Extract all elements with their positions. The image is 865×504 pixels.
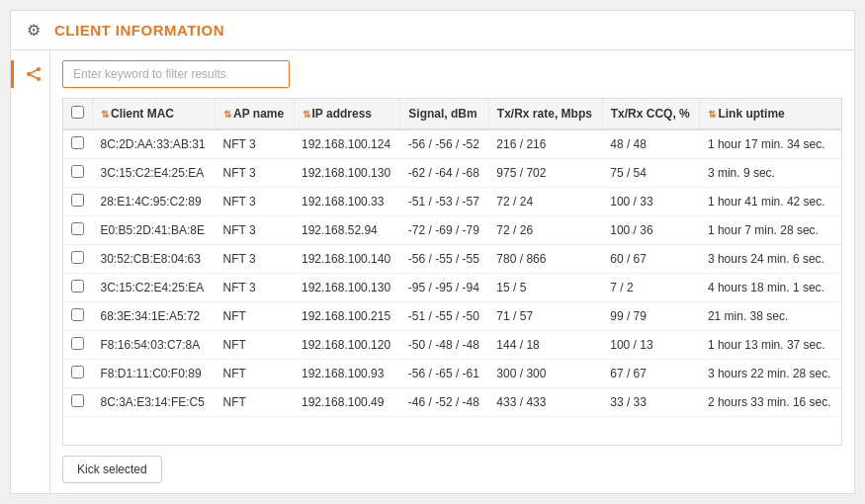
row-checkbox[interactable] bbox=[71, 222, 84, 235]
row-uptime: 4 hours 18 min. 1 sec. bbox=[700, 274, 841, 302]
row-uptime: 3 min. 9 sec. bbox=[700, 159, 841, 188]
row-ip: 192.168.100.120 bbox=[294, 331, 400, 360]
search-bar bbox=[62, 60, 842, 88]
table-row: 68:3E:34:1E:A5:72 NFT 192.168.100.215 -5… bbox=[63, 302, 841, 331]
row-txrx-rate: 433 / 433 bbox=[488, 388, 602, 417]
row-ip: 192.168.100.93 bbox=[294, 360, 400, 388]
row-ip: 192.168.100.33 bbox=[294, 188, 400, 216]
main-content: ⇅Client MAC ⇅AP name ⇅IP address Signal,… bbox=[50, 50, 854, 493]
row-txrx-rate: 15 / 5 bbox=[488, 274, 602, 302]
row-txrx-rate: 975 / 702 bbox=[488, 159, 602, 188]
row-txrx-ccq: 7 / 2 bbox=[602, 274, 700, 302]
header-ip[interactable]: ⇅IP address bbox=[294, 99, 400, 129]
row-mac: 3C:15:C2:E4:25:EA bbox=[93, 274, 216, 302]
row-txrx-ccq: 60 / 67 bbox=[602, 245, 700, 274]
row-ip: 192.168.100.215 bbox=[294, 302, 400, 331]
row-mac: 3C:15:C2:E4:25:EA bbox=[93, 159, 216, 188]
row-uptime: 3 hours 24 min. 6 sec. bbox=[700, 245, 841, 274]
row-txrx-ccq: 100 / 36 bbox=[602, 216, 700, 245]
table-row: 30:52:CB:E8:04:63 NFT 3 192.168.100.140 … bbox=[63, 245, 841, 274]
row-uptime: 1 hour 13 min. 37 sec. bbox=[700, 331, 841, 360]
row-mac: 8C:2D:AA:33:AB:31 bbox=[93, 129, 216, 159]
row-signal: -50 / -48 / -48 bbox=[400, 331, 489, 360]
row-ip: 192.168.100.140 bbox=[294, 245, 400, 274]
row-checkbox-cell bbox=[63, 188, 93, 216]
gear-icon[interactable]: ⚙ bbox=[27, 21, 41, 40]
row-txrx-rate: 780 / 866 bbox=[488, 245, 602, 274]
header-signal: Signal, dBm bbox=[400, 99, 489, 129]
row-checkbox-cell bbox=[63, 129, 93, 159]
row-txrx-rate: 72 / 26 bbox=[488, 216, 602, 245]
kick-selected-button[interactable]: Kick selected bbox=[62, 456, 162, 483]
row-uptime: 21 min. 38 sec. bbox=[700, 302, 841, 331]
table-row: 3C:15:C2:E4:25:EA NFT 3 192.168.100.130 … bbox=[63, 159, 841, 188]
row-txrx-rate: 72 / 24 bbox=[488, 188, 602, 216]
svg-line-4 bbox=[29, 74, 39, 79]
row-checkbox-cell bbox=[63, 245, 93, 274]
row-ap: NFT bbox=[216, 388, 294, 417]
select-all-checkbox[interactable] bbox=[71, 106, 84, 119]
row-checkbox[interactable] bbox=[71, 280, 84, 293]
header-txrx-rate: Tx/Rx rate, Mbps bbox=[488, 99, 602, 129]
header-uptime[interactable]: ⇅Link uptime bbox=[700, 99, 841, 129]
row-signal: -46 / -52 / -48 bbox=[400, 388, 489, 417]
row-signal: -56 / -55 / -55 bbox=[400, 245, 489, 274]
row-mac: 28:E1:4C:95:C2:89 bbox=[93, 188, 216, 216]
row-checkbox-cell bbox=[63, 360, 93, 388]
row-signal: -56 / -56 / -52 bbox=[400, 129, 489, 159]
row-checkbox[interactable] bbox=[71, 308, 84, 321]
body: ⇅Client MAC ⇅AP name ⇅IP address Signal,… bbox=[11, 50, 854, 493]
header-txrx-ccq: Tx/Rx CCQ, % bbox=[602, 99, 700, 129]
table-row: 8C:2D:AA:33:AB:31 NFT 3 192.168.100.124 … bbox=[63, 129, 841, 159]
row-checkbox-cell bbox=[63, 302, 93, 331]
header-mac[interactable]: ⇅Client MAC bbox=[93, 99, 216, 129]
row-mac: 8C:3A:E3:14:FE:C5 bbox=[93, 388, 216, 417]
row-mac: F8:16:54:03:C7:8A bbox=[93, 331, 216, 360]
row-ap: NFT 3 bbox=[216, 274, 294, 302]
sidebar bbox=[11, 50, 50, 493]
table-body: 8C:2D:AA:33:AB:31 NFT 3 192.168.100.124 … bbox=[63, 129, 841, 417]
row-ap: NFT bbox=[216, 331, 294, 360]
row-txrx-ccq: 33 / 33 bbox=[602, 388, 700, 417]
row-ap: NFT bbox=[216, 302, 294, 331]
share-icon[interactable] bbox=[11, 60, 49, 88]
table-wrapper: ⇅Client MAC ⇅AP name ⇅IP address Signal,… bbox=[62, 98, 842, 446]
row-txrx-ccq: 48 / 48 bbox=[602, 129, 700, 159]
row-mac: 30:52:CB:E8:04:63 bbox=[93, 245, 216, 274]
row-ap: NFT 3 bbox=[216, 188, 294, 216]
row-ap: NFT 3 bbox=[216, 216, 294, 245]
row-mac: 68:3E:34:1E:A5:72 bbox=[93, 302, 216, 331]
row-ap: NFT bbox=[216, 360, 294, 388]
table-row: 8C:3A:E3:14:FE:C5 NFT 192.168.100.49 -46… bbox=[63, 388, 841, 417]
row-ap: NFT 3 bbox=[216, 129, 294, 159]
header-checkbox-col bbox=[63, 99, 93, 129]
row-checkbox[interactable] bbox=[71, 366, 84, 378]
header-ap[interactable]: ⇅AP name bbox=[216, 99, 294, 129]
kick-selected-area: Kick selected bbox=[62, 446, 842, 483]
table-row: F8:16:54:03:C7:8A NFT 192.168.100.120 -5… bbox=[63, 331, 841, 360]
row-signal: -72 / -69 / -79 bbox=[400, 216, 489, 245]
row-checkbox[interactable] bbox=[71, 251, 84, 264]
row-txrx-ccq: 100 / 13 bbox=[602, 331, 700, 360]
row-signal: -56 / -65 / -61 bbox=[400, 360, 489, 388]
row-ip: 192.168.52.94 bbox=[294, 216, 400, 245]
row-checkbox[interactable] bbox=[71, 337, 84, 350]
search-input[interactable] bbox=[62, 60, 290, 88]
page-title: CLIENT INFORMATION bbox=[54, 22, 224, 39]
row-checkbox[interactable] bbox=[71, 394, 84, 407]
row-uptime: 1 hour 17 min. 34 sec. bbox=[700, 129, 841, 159]
row-ip: 192.168.100.49 bbox=[294, 388, 400, 417]
row-uptime: 1 hour 41 min. 42 sec. bbox=[700, 188, 841, 216]
row-txrx-rate: 144 / 18 bbox=[488, 331, 602, 360]
row-ip: 192.168.100.130 bbox=[294, 274, 400, 302]
row-checkbox[interactable] bbox=[71, 194, 84, 207]
row-txrx-rate: 71 / 57 bbox=[488, 302, 602, 331]
table-header-row: ⇅Client MAC ⇅AP name ⇅IP address Signal,… bbox=[63, 99, 841, 129]
row-txrx-ccq: 67 / 67 bbox=[602, 360, 700, 388]
row-checkbox[interactable] bbox=[71, 136, 84, 149]
row-signal: -62 / -64 / -68 bbox=[400, 159, 489, 188]
row-checkbox-cell bbox=[63, 159, 93, 188]
row-txrx-ccq: 75 / 54 bbox=[602, 159, 700, 188]
row-txrx-ccq: 100 / 33 bbox=[602, 188, 700, 216]
row-checkbox[interactable] bbox=[71, 165, 84, 178]
